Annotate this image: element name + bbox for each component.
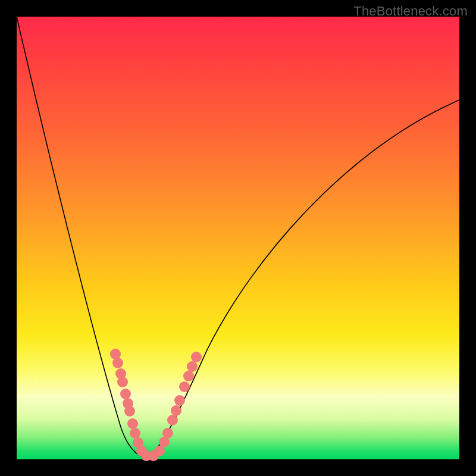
bead — [162, 428, 173, 439]
bead — [191, 352, 202, 362]
bead — [174, 395, 185, 406]
bead — [179, 381, 190, 392]
bead — [187, 361, 198, 372]
bead — [120, 389, 131, 399]
bead — [124, 406, 135, 416]
bead — [183, 371, 194, 381]
bottleneck-curve-svg — [17, 17, 459, 459]
bead — [112, 358, 123, 368]
bead — [117, 377, 128, 387]
bead — [167, 415, 178, 425]
watermark-text: TheBottleneck.com — [353, 4, 468, 19]
beads-right-group — [148, 352, 202, 461]
curve-right-branch — [145, 100, 459, 457]
bead — [127, 418, 138, 429]
bead — [171, 405, 181, 416]
beads-left-group — [110, 349, 152, 461]
bead — [130, 428, 140, 439]
chart-plot-area — [17, 17, 459, 459]
